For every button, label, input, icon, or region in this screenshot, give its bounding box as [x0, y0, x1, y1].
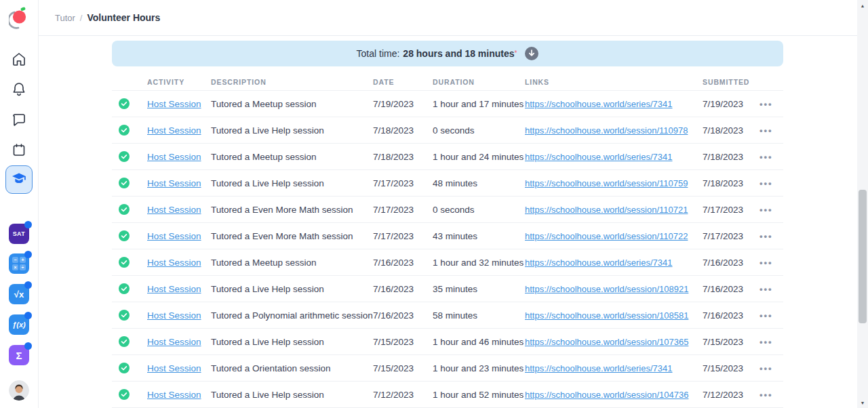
chat-icon[interactable]: [11, 111, 27, 127]
duration-cell: 1 hour and 24 minutes: [433, 152, 525, 162]
approved-check-icon: [119, 389, 130, 400]
duration-cell: 0 seconds: [433, 125, 525, 136]
session-url-link[interactable]: https://schoolhouse.world/session/107365: [525, 337, 688, 347]
session-url-link[interactable]: https://schoolhouse.world/session/110721: [525, 205, 688, 215]
session-url-link[interactable]: https://schoolhouse.world/session/110722: [525, 231, 688, 241]
more-options-button[interactable]: •••: [760, 258, 783, 268]
approved-check-icon: [119, 230, 130, 241]
submitted-cell: 7/18/2023: [703, 152, 760, 162]
sidebar: SAT −+×÷ √x ƒ(x) Σ: [0, 0, 39, 408]
session-url-link[interactable]: https://schoolhouse.world/session/110759: [525, 178, 688, 188]
sidebar-subject-prealgebra[interactable]: −+×÷: [9, 253, 29, 274]
session-url-link[interactable]: https://schoolhouse.world/series/7341: [525, 152, 673, 162]
description-cell: Tutored a Live Help session: [211, 178, 373, 188]
activity-link[interactable]: Host Session: [147, 205, 201, 215]
sidebar-subject-algebra[interactable]: √x: [9, 284, 29, 304]
activity-link[interactable]: Host Session: [147, 310, 201, 321]
breadcrumb: Tutor/Volunteer Hours: [55, 12, 160, 24]
submitted-cell: 7/17/2023: [703, 231, 760, 241]
download-icon[interactable]: [525, 47, 538, 60]
description-cell: Tutored a Meetup session: [211, 99, 373, 109]
session-url-link[interactable]: https://schoolhouse.world/series/7341: [525, 99, 673, 109]
sidebar-item-tutoring[interactable]: [5, 165, 33, 194]
session-url-link[interactable]: https://schoolhouse.world/session/104736: [525, 390, 688, 400]
sidebar-subject-calculus[interactable]: Σ: [9, 345, 29, 365]
description-cell: Tutored a Orientation session: [211, 363, 373, 373]
activity-link[interactable]: Host Session: [147, 337, 201, 347]
session-url-link[interactable]: https://schoolhouse.world/series/7341: [525, 258, 673, 268]
scroll-up-icon[interactable]: ▲: [857, 0, 868, 11]
activity-link[interactable]: Host Session: [147, 258, 201, 268]
date-cell: 7/12/2023: [373, 390, 433, 400]
breadcrumb-tutor[interactable]: Tutor: [55, 13, 75, 23]
activity-link[interactable]: Host Session: [147, 125, 201, 136]
approved-check-icon: [119, 363, 130, 373]
activity-link[interactable]: Host Session: [147, 284, 201, 294]
table-row: Host Session Tutored a Meetup session 7/…: [112, 91, 783, 117]
scroll-down-icon[interactable]: ▼: [857, 397, 868, 408]
user-avatar[interactable]: [9, 380, 29, 401]
submitted-cell: 7/15/2023: [703, 363, 760, 373]
more-options-button[interactable]: •••: [760, 99, 783, 109]
activity-link[interactable]: Host Session: [147, 231, 201, 241]
approved-check-icon: [119, 178, 130, 188]
duration-cell: 43 minutes: [433, 231, 525, 241]
table-body: Host Session Tutored a Meetup session 7/…: [112, 91, 783, 408]
fx-icon: ƒ(x): [12, 321, 26, 329]
table-row: Host Session Tutored a Meetup session 7/…: [112, 144, 783, 170]
vertical-scrollbar[interactable]: ▲ ▼: [857, 0, 868, 408]
more-options-button[interactable]: •••: [760, 284, 783, 294]
description-cell: Tutored a Live Help session: [211, 125, 373, 136]
more-options-button[interactable]: •••: [760, 337, 783, 347]
description-cell: Tutored a Live Help session: [211, 390, 373, 400]
activity-link[interactable]: Host Session: [147, 99, 201, 109]
session-url-link[interactable]: https://schoolhouse.world/session/108581: [525, 310, 688, 321]
bell-icon[interactable]: [11, 81, 27, 97]
breadcrumb-separator: /: [80, 13, 83, 23]
more-options-button[interactable]: •••: [760, 310, 783, 321]
table-row: Host Session Tutored a Even More Math se…: [112, 223, 783, 249]
session-url-link[interactable]: https://schoolhouse.world/session/110978: [525, 125, 688, 136]
home-icon[interactable]: [11, 51, 27, 67]
total-time-banner: Total time: 28 hours and 18 minutes*: [112, 41, 783, 66]
submitted-cell: 7/16/2023: [703, 310, 760, 321]
duration-cell: 0 seconds: [433, 205, 525, 215]
table-row: Host Session Tutored a Live Help session…: [112, 382, 783, 408]
scrollbar-thumb[interactable]: [859, 190, 867, 323]
activity-link[interactable]: Host Session: [147, 363, 201, 373]
date-cell: 7/17/2023: [373, 205, 433, 215]
activity-link[interactable]: Host Session: [147, 390, 201, 400]
approved-check-icon: [119, 204, 130, 215]
date-cell: 7/15/2023: [373, 363, 433, 373]
session-url-link[interactable]: https://schoolhouse.world/series/7341: [525, 363, 673, 373]
more-options-button[interactable]: •••: [760, 125, 783, 136]
col-links: LINKS: [525, 78, 703, 86]
date-cell: 7/18/2023: [373, 152, 433, 162]
activity-link[interactable]: Host Session: [147, 178, 201, 188]
more-options-button[interactable]: •••: [760, 205, 783, 215]
schoolhouse-logo[interactable]: [9, 7, 29, 34]
more-options-button[interactable]: •••: [760, 178, 783, 188]
sat-label: SAT: [13, 230, 26, 237]
notification-dot: [24, 251, 32, 258]
col-description: DESCRIPTION: [211, 78, 373, 86]
more-options-button[interactable]: •••: [760, 231, 783, 241]
submitted-cell: 7/18/2023: [703, 125, 760, 136]
more-options-button[interactable]: •••: [760, 390, 783, 400]
col-submitted: SUBMITTED: [703, 78, 760, 86]
duration-cell: 48 minutes: [433, 178, 525, 188]
notification-dot: [24, 312, 32, 319]
sidebar-subject-sat[interactable]: SAT: [9, 224, 29, 244]
more-options-button[interactable]: •••: [760, 152, 783, 162]
sidebar-subject-functions[interactable]: ƒ(x): [9, 314, 29, 335]
activity-link[interactable]: Host Session: [147, 152, 201, 162]
session-url-link[interactable]: https://schoolhouse.world/session/108921: [525, 284, 688, 294]
volunteer-hours-panel: Total time: 28 hours and 18 minutes* ACT…: [112, 36, 783, 408]
description-cell: Tutored a Meetup session: [211, 258, 373, 268]
calendar-icon[interactable]: [11, 142, 27, 158]
table-row: Host Session Tutored a Polynomial arithm…: [112, 302, 783, 329]
graduation-cap-icon: [11, 170, 27, 189]
notification-dot: [24, 342, 32, 350]
notification-dot: [24, 281, 32, 289]
more-options-button[interactable]: •••: [760, 363, 783, 373]
